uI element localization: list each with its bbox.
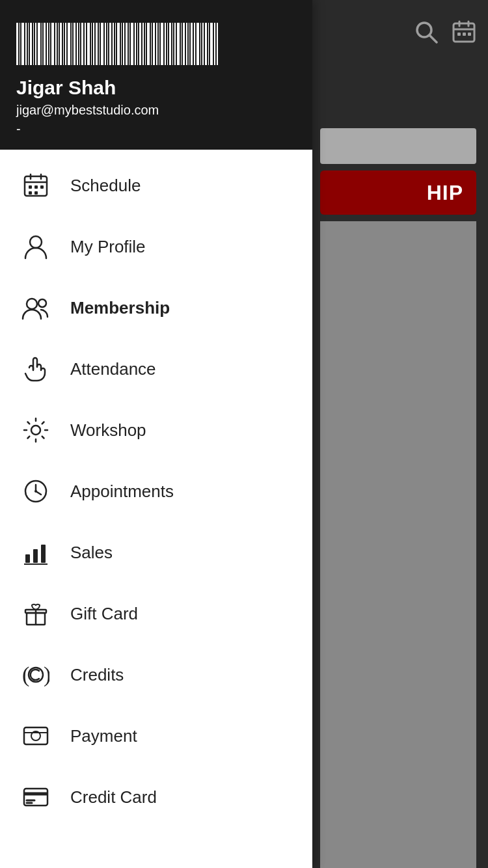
my-profile-label: My Profile — [70, 237, 146, 257]
svg-rect-22 — [51, 23, 54, 65]
svg-rect-6 — [457, 33, 461, 36]
schedule-label: Schedule — [70, 176, 141, 196]
sidebar-item-payment[interactable]: Payment — [0, 705, 312, 766]
svg-rect-46 — [117, 23, 120, 65]
credits-icon: ( ) — [20, 658, 52, 691]
svg-rect-57 — [147, 23, 150, 65]
svg-rect-62 — [161, 23, 163, 65]
svg-rect-89 — [40, 185, 44, 189]
group-icon — [20, 292, 52, 324]
gift-icon — [20, 597, 52, 630]
sidebar-item-membership[interactable]: Membership — [0, 277, 312, 338]
calendar-icon[interactable] — [452, 20, 476, 50]
svg-rect-88 — [34, 185, 38, 189]
svg-rect-31 — [77, 23, 78, 65]
sales-label: Sales — [70, 543, 113, 563]
search-bar-bg — [320, 128, 476, 164]
sidebar-item-gift-card[interactable]: Gift Card — [0, 583, 312, 644]
user-dash: - — [16, 122, 296, 137]
svg-rect-101 — [33, 549, 38, 563]
gray-content-area — [320, 221, 476, 868]
svg-rect-72 — [189, 23, 189, 65]
svg-rect-69 — [181, 23, 182, 65]
svg-rect-42 — [107, 23, 108, 65]
svg-rect-70 — [183, 23, 185, 65]
svg-line-1 — [429, 35, 437, 42]
svg-rect-14 — [30, 23, 32, 65]
svg-rect-13 — [28, 23, 29, 65]
chart-icon — [20, 536, 52, 569]
svg-rect-55 — [142, 23, 144, 65]
svg-rect-59 — [153, 23, 155, 65]
svg-point-94 — [38, 299, 46, 307]
svg-rect-52 — [135, 23, 136, 65]
svg-rect-29 — [72, 23, 72, 65]
svg-rect-71 — [186, 23, 187, 65]
svg-rect-60 — [156, 23, 157, 65]
sidebar-item-sales[interactable]: Sales — [0, 522, 312, 583]
svg-rect-10 — [20, 23, 20, 65]
svg-rect-40 — [101, 23, 103, 65]
svg-rect-32 — [79, 23, 80, 65]
svg-rect-56 — [145, 23, 146, 65]
sidebar-item-credit-card[interactable]: Credit Card — [0, 766, 312, 828]
user-email: jigar@mybeststudio.com — [16, 103, 296, 118]
svg-rect-47 — [121, 23, 122, 65]
sidebar-item-attendance[interactable]: Attendance — [0, 338, 312, 400]
svg-rect-50 — [129, 23, 129, 65]
sidebar-item-workshop[interactable]: Workshop — [0, 400, 312, 461]
svg-rect-12 — [25, 23, 27, 65]
svg-point-95 — [31, 426, 40, 435]
top-icons — [414, 20, 476, 50]
svg-rect-9 — [16, 23, 18, 65]
sidebar-item-appointments[interactable]: Appointments — [0, 461, 312, 522]
sidebar-item-my-profile[interactable]: My Profile — [0, 216, 312, 277]
payment-icon — [20, 720, 52, 752]
svg-rect-100 — [25, 554, 30, 563]
user-name: Jigar Shah — [16, 77, 296, 99]
svg-rect-8 — [468, 33, 471, 36]
svg-rect-63 — [165, 23, 166, 65]
svg-rect-78 — [205, 23, 207, 65]
svg-point-92 — [30, 236, 42, 248]
svg-rect-49 — [126, 23, 128, 65]
svg-rect-64 — [167, 23, 168, 65]
svg-text:): ) — [44, 662, 49, 687]
svg-rect-77 — [202, 23, 204, 65]
gift-card-label: Gift Card — [70, 604, 138, 624]
svg-rect-16 — [35, 23, 36, 65]
menu-list: Schedule My Profile Member — [0, 150, 312, 868]
svg-rect-80 — [210, 23, 213, 65]
sidebar-item-credits[interactable]: ( ) Credits — [0, 644, 312, 705]
person-icon — [20, 230, 52, 263]
svg-rect-19 — [44, 23, 46, 65]
svg-rect-39 — [99, 23, 100, 65]
svg-rect-51 — [131, 23, 133, 65]
svg-rect-87 — [29, 185, 32, 189]
svg-rect-61 — [159, 23, 159, 65]
right-background: HIP — [312, 0, 488, 868]
sidebar-item-schedule[interactable]: Schedule — [0, 155, 312, 216]
search-icon[interactable] — [414, 20, 439, 50]
hand-icon — [20, 353, 52, 385]
svg-rect-20 — [47, 23, 48, 65]
svg-rect-35 — [87, 23, 90, 65]
svg-rect-66 — [172, 23, 173, 65]
svg-rect-81 — [214, 23, 215, 65]
svg-rect-7 — [463, 33, 466, 36]
side-drawer: Jigar Shah jigar@mybeststudio.com - — [0, 0, 312, 868]
svg-rect-37 — [93, 23, 94, 65]
svg-rect-25 — [60, 23, 62, 65]
appointments-label: Appointments — [70, 481, 174, 502]
svg-rect-91 — [34, 191, 38, 195]
svg-rect-76 — [200, 23, 201, 65]
svg-rect-27 — [65, 23, 66, 65]
svg-rect-75 — [197, 23, 199, 65]
svg-rect-45 — [115, 23, 116, 65]
svg-rect-36 — [91, 23, 92, 65]
payment-label: Payment — [70, 726, 137, 746]
svg-rect-23 — [55, 23, 57, 65]
svg-rect-17 — [38, 23, 40, 65]
drawer-header: Jigar Shah jigar@mybeststudio.com - — [0, 0, 312, 150]
workshop-label: Workshop — [70, 420, 146, 441]
